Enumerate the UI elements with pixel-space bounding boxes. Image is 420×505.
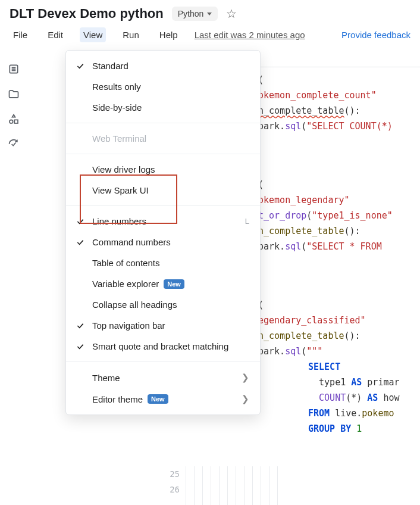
view-command-numbers-label: Command numbers — [92, 237, 171, 247]
chevron-down-icon — [207, 13, 212, 15]
menubar: File Edit View Run Help Last edit was 2 … — [0, 24, 420, 48]
view-collapse-headings-label: Collapse all headings — [92, 300, 177, 310]
view-results-only-label: Results only — [92, 82, 141, 92]
view-toc-label: Table of contents — [92, 258, 159, 268]
list-icon[interactable] — [8, 63, 20, 75]
view-standard[interactable]: Standard — [66, 55, 260, 76]
view-standard-label: Standard — [92, 61, 128, 71]
menu-run[interactable]: Run — [119, 27, 143, 42]
check-icon — [76, 238, 85, 247]
view-driver-logs[interactable]: View driver logs — [66, 159, 260, 180]
blocks-icon[interactable] — [8, 113, 20, 125]
view-line-numbers[interactable]: Line numbers L — [66, 211, 260, 232]
view-dropdown: Standard Results only Side-by-side Web T… — [65, 50, 261, 415]
view-command-numbers[interactable]: Command numbers — [66, 232, 260, 253]
star-icon[interactable]: ☆ — [226, 7, 237, 21]
chevron-right-icon: ❯ — [242, 372, 249, 383]
view-side-by-side[interactable]: Side-by-side — [66, 97, 260, 118]
view-line-numbers-label: Line numbers — [92, 216, 146, 226]
language-label: Python — [178, 9, 204, 18]
indent-guides — [186, 466, 293, 505]
view-driver-logs-label: View driver logs — [92, 164, 155, 174]
view-results-only[interactable]: Results only — [66, 76, 260, 97]
view-top-nav[interactable]: Top navigation bar — [66, 315, 260, 336]
check-icon — [76, 321, 85, 331]
line-gutter: 25 26 — [161, 466, 180, 497]
chevron-right-icon: ❯ — [242, 394, 249, 404]
check-icon — [76, 61, 85, 71]
svg-point-5 — [10, 120, 13, 123]
view-smart-quote[interactable]: Smart quote and bracket matching — [66, 336, 260, 357]
view-spark-ui[interactable]: View Spark UI — [66, 180, 260, 201]
feedback-link[interactable]: Provide feedback — [341, 30, 410, 40]
check-icon — [76, 342, 85, 351]
last-edit-link[interactable]: Last edit was 2 minutes ago — [195, 30, 305, 40]
view-toc[interactable]: Table of contents — [66, 253, 260, 273]
menu-view[interactable]: View — [80, 27, 106, 42]
new-badge: New — [148, 394, 168, 404]
menu-file[interactable]: File — [10, 27, 31, 42]
svg-marker-4 — [12, 115, 15, 117]
shortcut-label: L — [245, 217, 249, 226]
view-smart-quote-label: Smart quote and bracket matching — [92, 341, 228, 351]
svg-rect-6 — [14, 120, 18, 123]
view-spark-ui-label: View Spark UI — [92, 185, 149, 195]
view-theme-label: Theme — [92, 373, 120, 383]
refresh-check-icon[interactable] — [8, 138, 20, 150]
view-variable-explorer[interactable]: Variable explorer New — [66, 273, 260, 294]
view-side-by-side-label: Side-by-side — [92, 102, 142, 113]
folder-icon[interactable] — [8, 88, 20, 100]
view-editor-theme[interactable]: Editor theme New ❯ — [66, 388, 260, 410]
view-editor-theme-label: Editor theme — [92, 394, 143, 404]
view-web-terminal: Web Terminal — [66, 128, 260, 149]
check-icon — [76, 217, 85, 226]
view-web-terminal-label: Web Terminal — [92, 133, 146, 144]
view-collapse-headings[interactable]: Collapse all headings — [66, 294, 260, 315]
view-theme[interactable]: Theme ❯ — [66, 367, 260, 388]
left-rail — [0, 56, 27, 150]
notebook-title[interactable]: DLT Devex Demo python — [10, 6, 164, 21]
view-top-nav-label: Top navigation bar — [92, 320, 165, 331]
menu-edit[interactable]: Edit — [44, 27, 67, 42]
view-variable-explorer-label: Variable explorer — [92, 279, 159, 289]
language-selector[interactable]: Python — [172, 7, 218, 21]
new-badge: New — [164, 279, 184, 289]
menu-help[interactable]: Help — [156, 27, 181, 42]
